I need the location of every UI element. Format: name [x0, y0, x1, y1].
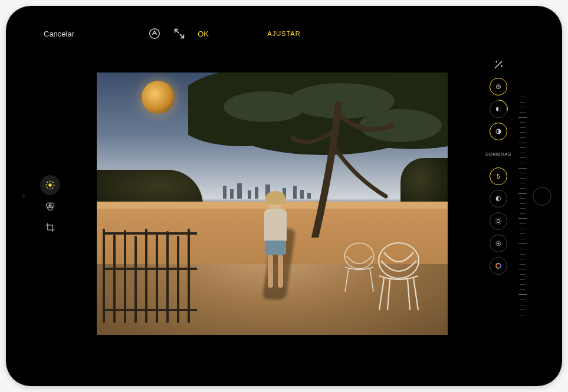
svg-point-6 [379, 243, 419, 278]
current-adjustment-label-row: SOMBRAS [485, 145, 511, 163]
highlights-button[interactable] [490, 123, 507, 140]
svg-point-23 [496, 263, 501, 268]
svg-point-2 [49, 183, 51, 186]
cancel-button[interactable]: Cancelar [44, 29, 74, 38]
black-point-button[interactable] [490, 235, 507, 252]
adjustment-slider[interactable] [515, 44, 530, 368]
exposure-button[interactable] [490, 78, 507, 95]
mode-toolbar [38, 44, 63, 368]
svg-point-22 [497, 242, 499, 244]
adjustment-value: 5 [497, 173, 500, 180]
photo-canvas-area [63, 44, 482, 368]
photos-edit-screen: Cancelar AJUSTAR OK [38, 24, 530, 368]
adjust-mode-button[interactable] [40, 175, 60, 195]
front-camera-icon [22, 195, 25, 198]
shadows-button[interactable]: 5 [490, 167, 507, 185]
pendant-lamp-icon [142, 81, 175, 114]
brilliance-button[interactable] [490, 100, 507, 118]
mode-title: AJUSTAR [267, 30, 300, 37]
saturation-button[interactable] [490, 257, 507, 275]
home-button[interactable] [533, 187, 551, 206]
adjustment-toolbar: SOMBRAS 5 [482, 44, 515, 368]
svg-point-17 [496, 107, 501, 111]
contrast-button[interactable] [490, 190, 507, 207]
topbar: Cancelar AJUSTAR OK [38, 24, 530, 44]
markup-icon[interactable] [148, 27, 161, 40]
crop-mode-button[interactable] [40, 218, 60, 238]
svg-point-7 [344, 243, 373, 269]
ipad-frame: Cancelar AJUSTAR OK [6, 6, 562, 386]
filters-mode-button[interactable] [40, 196, 60, 216]
patio-chair-icon [336, 241, 383, 294]
auto-enhance-button[interactable] [490, 57, 507, 73]
brightness-button[interactable] [490, 212, 507, 230]
fullscreen-icon[interactable] [173, 27, 186, 40]
done-button[interactable]: OK [198, 29, 209, 38]
svg-point-20 [497, 219, 500, 222]
adjustment-label: SOMBRAS [485, 151, 511, 157]
tree-trunk-icon [291, 102, 398, 238]
photo-preview[interactable] [97, 73, 448, 335]
main-area: SOMBRAS 5 [38, 44, 530, 368]
